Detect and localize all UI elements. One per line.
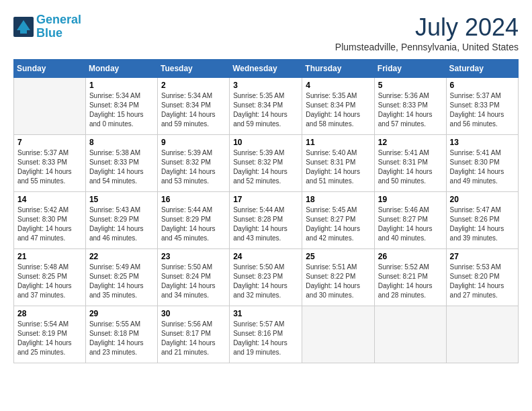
day-info: Sunrise: 5:42 AMSunset: 8:30 PMDaylight:… xyxy=(17,205,82,243)
day-info: Sunrise: 5:50 AMSunset: 8:24 PMDaylight:… xyxy=(161,263,226,300)
calendar-day-cell: 10Sunrise: 5:39 AMSunset: 8:32 PMDayligh… xyxy=(230,135,302,192)
day-number: 22 xyxy=(89,252,154,261)
day-number: 12 xyxy=(378,138,443,147)
day-info: Sunrise: 5:44 AMSunset: 8:28 PMDaylight:… xyxy=(233,205,298,243)
day-number: 15 xyxy=(89,195,154,204)
calendar-day-cell: 24Sunrise: 5:50 AMSunset: 8:23 PMDayligh… xyxy=(230,249,302,306)
day-info: Sunrise: 5:56 AMSunset: 8:17 PMDaylight:… xyxy=(161,320,226,357)
calendar-day-cell: 22Sunrise: 5:49 AMSunset: 8:25 PMDayligh… xyxy=(85,249,157,306)
location-title: Plumsteadville, Pennsylvania, United Sta… xyxy=(335,42,519,52)
title-area: July 2024 Plumsteadville, Pennsylvania, … xyxy=(335,13,519,52)
day-info: Sunrise: 5:41 AMSunset: 8:30 PMDaylight:… xyxy=(450,148,515,186)
day-info: Sunrise: 5:52 AMSunset: 8:21 PMDaylight:… xyxy=(378,263,443,300)
logo-line1: General xyxy=(36,13,81,26)
month-title: July 2024 xyxy=(335,13,519,42)
day-number: 3 xyxy=(233,81,298,90)
day-number: 25 xyxy=(306,252,371,261)
day-info: Sunrise: 5:34 AMSunset: 8:34 PMDaylight:… xyxy=(161,91,226,129)
day-info: Sunrise: 5:46 AMSunset: 8:27 PMDaylight:… xyxy=(378,205,443,243)
day-number: 20 xyxy=(450,195,515,204)
calendar-day-cell xyxy=(14,78,86,135)
day-info: Sunrise: 5:49 AMSunset: 8:25 PMDaylight:… xyxy=(89,263,154,300)
day-number: 24 xyxy=(233,252,298,261)
calendar-day-cell: 20Sunrise: 5:47 AMSunset: 8:26 PMDayligh… xyxy=(446,192,518,249)
calendar-week-row: 1Sunrise: 5:34 AMSunset: 8:34 PMDaylight… xyxy=(14,78,519,135)
day-info: Sunrise: 5:54 AMSunset: 8:19 PMDaylight:… xyxy=(17,320,82,357)
weekday-header: Thursday xyxy=(302,60,375,78)
day-number: 30 xyxy=(161,309,226,318)
calendar-day-cell: 25Sunrise: 5:51 AMSunset: 8:22 PMDayligh… xyxy=(302,249,375,306)
calendar-day-cell: 19Sunrise: 5:46 AMSunset: 8:27 PMDayligh… xyxy=(374,192,446,249)
calendar-day-cell xyxy=(374,306,446,363)
weekday-row: SundayMondayTuesdayWednesdayThursdayFrid… xyxy=(14,60,519,78)
day-info: Sunrise: 5:44 AMSunset: 8:29 PMDaylight:… xyxy=(161,205,226,243)
logo-line2: Blue xyxy=(36,26,62,40)
calendar-day-cell: 16Sunrise: 5:44 AMSunset: 8:29 PMDayligh… xyxy=(157,192,229,249)
day-info: Sunrise: 5:38 AMSunset: 8:33 PMDaylight:… xyxy=(89,148,154,186)
calendar-day-cell: 3Sunrise: 5:35 AMSunset: 8:34 PMDaylight… xyxy=(230,78,302,135)
day-number: 2 xyxy=(161,81,226,90)
calendar-day-cell: 2Sunrise: 5:34 AMSunset: 8:34 PMDaylight… xyxy=(157,78,229,135)
day-number: 1 xyxy=(89,81,154,90)
calendar-week-row: 14Sunrise: 5:42 AMSunset: 8:30 PMDayligh… xyxy=(14,192,519,249)
day-info: Sunrise: 5:45 AMSunset: 8:27 PMDaylight:… xyxy=(306,205,371,243)
calendar-table: SundayMondayTuesdayWednesdayThursdayFrid… xyxy=(13,59,519,363)
day-number: 5 xyxy=(378,81,443,90)
day-number: 16 xyxy=(161,195,226,204)
logo-icon xyxy=(13,17,34,37)
day-number: 11 xyxy=(306,138,371,147)
calendar-day-cell: 21Sunrise: 5:48 AMSunset: 8:25 PMDayligh… xyxy=(14,249,86,306)
day-info: Sunrise: 5:36 AMSunset: 8:33 PMDaylight:… xyxy=(378,91,443,129)
logo-text: General Blue xyxy=(36,13,81,40)
day-number: 9 xyxy=(161,138,226,147)
calendar-day-cell: 7Sunrise: 5:37 AMSunset: 8:33 PMDaylight… xyxy=(14,135,86,192)
calendar-day-cell: 6Sunrise: 5:37 AMSunset: 8:33 PMDaylight… xyxy=(446,78,518,135)
day-number: 6 xyxy=(450,81,515,90)
weekday-header: Friday xyxy=(374,60,446,78)
day-info: Sunrise: 5:51 AMSunset: 8:22 PMDaylight:… xyxy=(306,263,371,300)
day-number: 31 xyxy=(233,309,298,318)
calendar-week-row: 28Sunrise: 5:54 AMSunset: 8:19 PMDayligh… xyxy=(14,306,519,363)
day-number: 26 xyxy=(378,252,443,261)
calendar-day-cell: 30Sunrise: 5:56 AMSunset: 8:17 PMDayligh… xyxy=(157,306,229,363)
calendar-day-cell xyxy=(302,306,375,363)
calendar-day-cell: 23Sunrise: 5:50 AMSunset: 8:24 PMDayligh… xyxy=(157,249,229,306)
day-number: 8 xyxy=(89,138,154,147)
calendar-day-cell: 4Sunrise: 5:35 AMSunset: 8:34 PMDaylight… xyxy=(302,78,375,135)
day-number: 18 xyxy=(306,195,371,204)
calendar-day-cell: 26Sunrise: 5:52 AMSunset: 8:21 PMDayligh… xyxy=(374,249,446,306)
calendar-week-row: 21Sunrise: 5:48 AMSunset: 8:25 PMDayligh… xyxy=(14,249,519,306)
calendar-day-cell: 9Sunrise: 5:39 AMSunset: 8:32 PMDaylight… xyxy=(157,135,229,192)
day-number: 7 xyxy=(17,138,82,147)
day-number: 10 xyxy=(233,138,298,147)
day-number: 14 xyxy=(17,195,82,204)
day-info: Sunrise: 5:57 AMSunset: 8:16 PMDaylight:… xyxy=(233,320,298,357)
day-info: Sunrise: 5:39 AMSunset: 8:32 PMDaylight:… xyxy=(161,148,226,186)
calendar-day-cell: 12Sunrise: 5:41 AMSunset: 8:31 PMDayligh… xyxy=(374,135,446,192)
calendar-day-cell: 13Sunrise: 5:41 AMSunset: 8:30 PMDayligh… xyxy=(446,135,518,192)
day-info: Sunrise: 5:50 AMSunset: 8:23 PMDaylight:… xyxy=(233,263,298,300)
calendar-day-cell: 31Sunrise: 5:57 AMSunset: 8:16 PMDayligh… xyxy=(230,306,302,363)
day-info: Sunrise: 5:43 AMSunset: 8:29 PMDaylight:… xyxy=(89,205,154,243)
day-info: Sunrise: 5:35 AMSunset: 8:34 PMDaylight:… xyxy=(306,91,371,129)
page-header: General Blue July 2024 Plumsteadville, P… xyxy=(13,13,519,52)
calendar-day-cell: 5Sunrise: 5:36 AMSunset: 8:33 PMDaylight… xyxy=(374,78,446,135)
calendar-day-cell xyxy=(446,306,518,363)
calendar-body: 1Sunrise: 5:34 AMSunset: 8:34 PMDaylight… xyxy=(14,78,519,363)
weekday-header: Monday xyxy=(85,60,157,78)
day-number: 4 xyxy=(306,81,371,90)
calendar-day-cell: 1Sunrise: 5:34 AMSunset: 8:34 PMDaylight… xyxy=(85,78,157,135)
day-info: Sunrise: 5:35 AMSunset: 8:34 PMDaylight:… xyxy=(233,91,298,129)
day-number: 17 xyxy=(233,195,298,204)
day-info: Sunrise: 5:48 AMSunset: 8:25 PMDaylight:… xyxy=(17,263,82,300)
weekday-header: Sunday xyxy=(14,60,86,78)
calendar-day-cell: 8Sunrise: 5:38 AMSunset: 8:33 PMDaylight… xyxy=(85,135,157,192)
calendar-day-cell: 11Sunrise: 5:40 AMSunset: 8:31 PMDayligh… xyxy=(302,135,375,192)
day-number: 21 xyxy=(17,252,82,261)
day-number: 27 xyxy=(450,252,515,261)
svg-rect-2 xyxy=(20,30,27,34)
calendar-day-cell: 15Sunrise: 5:43 AMSunset: 8:29 PMDayligh… xyxy=(85,192,157,249)
calendar-day-cell: 14Sunrise: 5:42 AMSunset: 8:30 PMDayligh… xyxy=(14,192,86,249)
day-info: Sunrise: 5:37 AMSunset: 8:33 PMDaylight:… xyxy=(450,91,515,129)
day-info: Sunrise: 5:39 AMSunset: 8:32 PMDaylight:… xyxy=(233,148,298,186)
